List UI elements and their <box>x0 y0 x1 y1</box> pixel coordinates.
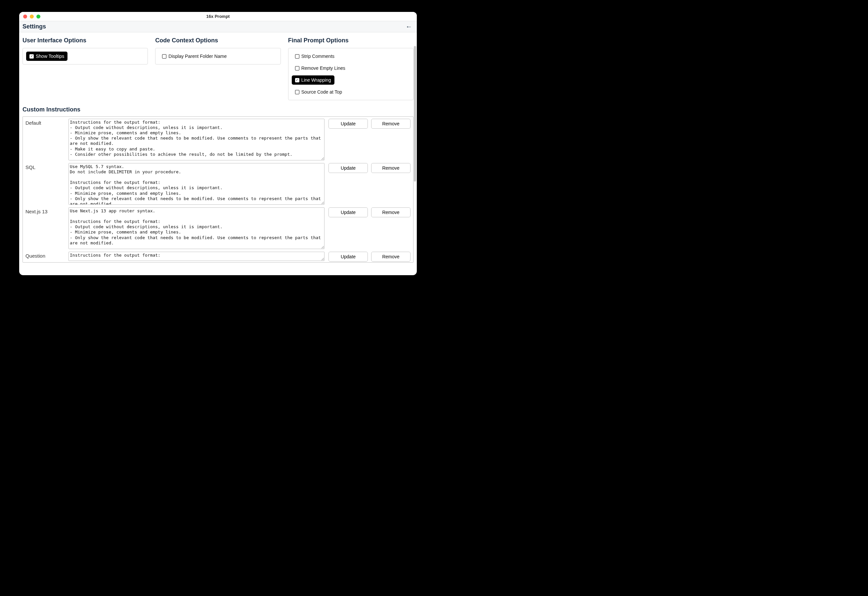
toggle-label: Line Wrapping <box>301 77 331 83</box>
checkbox-icon: ✓ <box>30 54 34 59</box>
page-title: Settings <box>22 23 46 30</box>
checkbox-icon: ✓ <box>295 78 300 83</box>
remove-button[interactable]: Remove <box>371 163 410 173</box>
window-title: 16x Prompt <box>19 14 417 19</box>
zoom-icon[interactable] <box>36 15 40 19</box>
update-button[interactable]: Update <box>328 163 368 173</box>
section-title: Code Context Options <box>155 37 280 44</box>
custom-instructions-list: Default Update Remove SQL Update Remove … <box>22 117 413 263</box>
page-header: Settings ← <box>19 21 417 32</box>
instruction-actions: Update Remove <box>325 119 410 161</box>
arrow-left-icon: ← <box>406 23 412 30</box>
line-wrapping-toggle[interactable]: ✓ Line Wrapping <box>292 75 334 85</box>
back-button[interactable]: ← <box>404 22 413 31</box>
window-controls <box>19 15 40 19</box>
minimize-icon[interactable] <box>30 15 34 19</box>
instruction-row: Default Update Remove <box>23 117 413 161</box>
strip-comments-toggle[interactable]: Strip Comments <box>292 52 338 61</box>
section-title: Final Prompt Options <box>288 37 413 44</box>
close-icon[interactable] <box>23 15 27 19</box>
checkbox-icon <box>295 90 300 94</box>
ui-options-section: User Interface Options ✓ Show Tooltips <box>22 37 148 100</box>
display-parent-folder-toggle[interactable]: Display Parent Folder Name <box>159 52 230 61</box>
checkbox-icon <box>295 66 300 71</box>
section-title: User Interface Options <box>22 37 148 44</box>
instruction-textarea[interactable] <box>68 252 325 261</box>
remove-empty-lines-toggle[interactable]: Remove Empty Lines <box>292 63 348 73</box>
final-prompt-box: Strip Comments Remove Empty Lines ✓ Line… <box>288 48 413 100</box>
instruction-textarea[interactable] <box>68 119 325 161</box>
checkbox-icon <box>295 54 300 59</box>
titlebar: 16x Prompt <box>19 12 417 21</box>
remove-button[interactable]: Remove <box>371 252 410 262</box>
instruction-actions: Update Remove <box>325 207 410 249</box>
instruction-actions: Update Remove <box>325 252 410 262</box>
instruction-name: Next.js 13 <box>25 207 68 249</box>
instruction-name: SQL <box>25 163 68 205</box>
remove-button[interactable]: Remove <box>371 207 410 217</box>
app-window: 16x Prompt Settings ← User Interface Opt… <box>19 12 417 275</box>
remove-button[interactable]: Remove <box>371 119 410 129</box>
update-button[interactable]: Update <box>328 119 368 129</box>
code-context-section: Code Context Options Display Parent Fold… <box>155 37 280 100</box>
show-tooltips-toggle[interactable]: ✓ Show Tooltips <box>26 52 68 61</box>
instruction-actions: Update Remove <box>325 163 410 205</box>
instruction-row: Next.js 13 Update Remove <box>23 205 413 250</box>
code-context-box: Display Parent Folder Name <box>155 48 280 65</box>
update-button[interactable]: Update <box>328 252 368 262</box>
toggle-label: Strip Comments <box>301 53 334 59</box>
source-code-at-top-toggle[interactable]: Source Code at Top <box>292 87 346 97</box>
instruction-textarea[interactable] <box>68 163 325 205</box>
checkbox-icon <box>162 54 166 59</box>
scrollbar[interactable] <box>413 33 416 275</box>
custom-instructions-title: Custom Instructions <box>22 106 413 113</box>
instruction-textarea[interactable] <box>68 207 325 249</box>
update-button[interactable]: Update <box>328 207 368 217</box>
toggle-label: Source Code at Top <box>301 89 342 94</box>
toggle-label: Show Tooltips <box>36 53 64 59</box>
instruction-name: Default <box>25 119 68 161</box>
scrollbar-thumb[interactable] <box>414 46 416 181</box>
instruction-name: Question <box>25 252 68 262</box>
toggle-label: Display Parent Folder Name <box>168 53 227 59</box>
instruction-row: SQL Update Remove <box>23 161 413 205</box>
final-prompt-section: Final Prompt Options Strip Comments Remo… <box>288 37 413 100</box>
ui-options-box: ✓ Show Tooltips <box>22 48 148 65</box>
toggle-label: Remove Empty Lines <box>301 65 345 71</box>
content-area: User Interface Options ✓ Show Tooltips C… <box>19 32 417 275</box>
instruction-row: Question Update Remove <box>23 250 413 262</box>
